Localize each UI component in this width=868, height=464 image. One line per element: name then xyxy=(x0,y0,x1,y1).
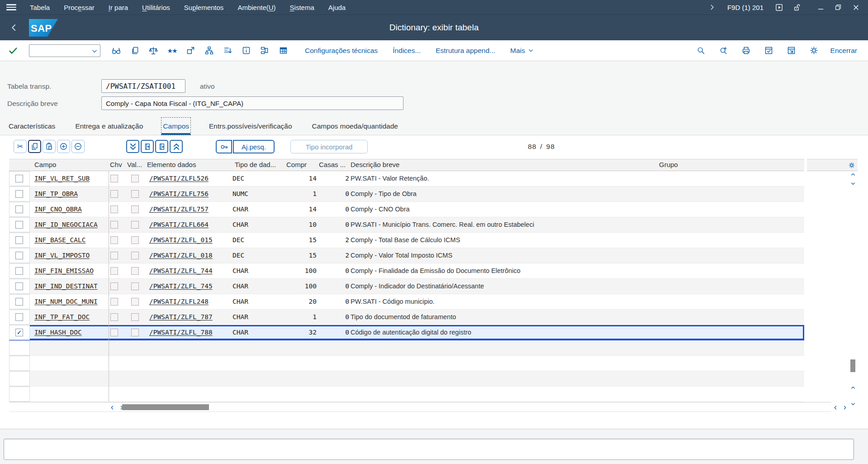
copy-rows-icon[interactable] xyxy=(28,140,41,153)
field-name-link[interactable]: INF_VL_RET_SUB xyxy=(34,171,90,186)
minimize-button[interactable] xyxy=(816,2,825,12)
short-description-field[interactable]: Comply - Capa Nota Fiscal - (ITG_NF_CAPA… xyxy=(101,96,403,110)
key-checkbox[interactable] xyxy=(110,236,118,244)
menu-item-utilit-rios[interactable]: Utilitários xyxy=(142,4,170,11)
data-element-link[interactable]: /PWSATI/ZLFL664 xyxy=(149,217,209,232)
key-checkbox[interactable] xyxy=(110,206,118,213)
back-chevron-icon[interactable] xyxy=(10,23,18,33)
key-checkbox[interactable] xyxy=(110,221,118,229)
row-select-checkbox[interactable] xyxy=(15,206,23,213)
initial-value-checkbox[interactable] xyxy=(131,267,139,275)
scroll-right-icon-right[interactable] xyxy=(842,405,847,411)
field-name-link[interactable]: INF_TP_OBRA xyxy=(34,187,78,201)
menu-item-suplementos[interactable]: Suplementos xyxy=(184,4,224,11)
wizard-stars-icon[interactable]: ★★ xyxy=(165,44,179,57)
data-element-link[interactable]: /PWSATI/ZLFL757 xyxy=(149,202,209,217)
print-icon[interactable] xyxy=(740,44,753,57)
unlocked-padlock-icon[interactable] xyxy=(792,2,802,12)
field-name-link[interactable]: INF_ID_NEGOCIACA xyxy=(34,217,98,232)
data-element-link[interactable]: /PWSATI/ZLFL756 xyxy=(149,187,209,201)
hierarchy-icon[interactable] xyxy=(202,44,216,57)
table-name-field[interactable]: /PWSATI/ZSATI001 xyxy=(101,79,185,93)
remove-rows-icon[interactable] xyxy=(155,140,168,153)
key-checkbox[interactable] xyxy=(110,313,118,321)
expand-chevron-icon[interactable] xyxy=(707,2,717,12)
row-select-checkbox[interactable] xyxy=(15,236,23,244)
key-checkbox[interactable] xyxy=(110,252,118,259)
more-menu-button[interactable]: Mais xyxy=(510,47,534,55)
field-name-link[interactable]: INF_BASE_CALC xyxy=(34,233,86,248)
search-help-key-icon[interactable] xyxy=(216,140,232,153)
hamburger-menu-icon[interactable] xyxy=(6,4,16,10)
scroll-down-bottom-icon[interactable] xyxy=(850,402,856,407)
field-name-link[interactable]: INF_IND_DESTINAT xyxy=(34,279,98,294)
indices-button[interactable]: Índices... xyxy=(393,47,421,55)
menu-item-processar[interactable]: Processar xyxy=(64,4,95,11)
append-structure-button[interactable]: Estrutura append... xyxy=(436,47,495,55)
builtin-type-button[interactable]: Tipo incorporad xyxy=(290,140,368,153)
data-element-link[interactable]: /PWSATI/ZLFL_015 xyxy=(149,233,213,248)
org-chart-icon[interactable] xyxy=(258,44,271,57)
horizontal-scroll-thumb[interactable] xyxy=(122,404,209,410)
table-settings-gear-icon[interactable] xyxy=(848,162,855,169)
key-checkbox[interactable] xyxy=(110,190,118,198)
services-gear-icon[interactable] xyxy=(807,44,821,57)
key-checkbox[interactable] xyxy=(110,329,118,336)
initial-value-checkbox[interactable] xyxy=(131,282,139,290)
sort-levels-icon[interactable] xyxy=(221,44,234,57)
scroll-down-icon[interactable] xyxy=(850,181,856,186)
field-name-link[interactable]: INF_FIN_EMISSAO xyxy=(34,263,94,278)
window-export-icon[interactable] xyxy=(785,44,798,57)
initial-value-checkbox[interactable] xyxy=(131,298,139,306)
table-grid-icon[interactable] xyxy=(276,44,290,57)
key-checkbox[interactable] xyxy=(110,175,118,182)
initial-value-checkbox[interactable] xyxy=(131,206,139,213)
scroll-up-icon[interactable] xyxy=(850,172,856,177)
field-name-link[interactable]: INF_HASH_DOC xyxy=(34,325,82,340)
checklist-window-icon[interactable] xyxy=(762,44,776,57)
info-icon[interactable] xyxy=(239,44,253,57)
col-compr[interactable]: Compr xyxy=(286,161,307,168)
row-select-checkbox[interactable] xyxy=(15,175,23,182)
command-field-dropdown-icon[interactable] xyxy=(91,48,98,54)
page-down-icon[interactable] xyxy=(126,140,139,153)
row-select-checkbox[interactable] xyxy=(15,267,23,275)
enter-check-icon[interactable] xyxy=(8,46,18,56)
field-name-link[interactable]: INF_CNO_OBRA xyxy=(34,202,82,217)
row-select-checkbox[interactable] xyxy=(15,282,23,290)
field-name-link[interactable]: INF_TP_FAT_DOC xyxy=(34,310,90,325)
close-button[interactable] xyxy=(851,2,861,12)
col-chv[interactable]: Chv xyxy=(110,161,122,168)
tab-entrega-e-atualiza-o[interactable]: Entrega e atualização xyxy=(74,118,144,135)
gui-script-icon[interactable] xyxy=(774,2,784,12)
insert-row-icon[interactable] xyxy=(57,140,70,153)
initial-value-checkbox[interactable] xyxy=(131,175,139,182)
horizontal-scrollbar[interactable] xyxy=(9,402,831,412)
initial-value-checkbox[interactable] xyxy=(131,329,139,336)
row-select-checkbox[interactable] xyxy=(15,313,23,321)
row-select-checkbox[interactable] xyxy=(15,221,23,229)
row-select-checkbox[interactable]: ✓ xyxy=(15,329,23,336)
exit-button[interactable]: Encerrar xyxy=(830,47,857,55)
search-more-icon[interactable] xyxy=(717,44,730,57)
row-select-checkbox[interactable] xyxy=(15,298,23,306)
data-element-link[interactable]: /PWSATI/ZLFL_744 xyxy=(149,263,213,278)
command-field[interactable] xyxy=(29,44,100,57)
compare-scales-icon[interactable] xyxy=(147,44,160,57)
field-name-link[interactable]: INF_NUM_DOC_MUNI xyxy=(34,294,98,309)
search-icon[interactable] xyxy=(694,44,708,57)
col-casas[interactable]: Casas ... xyxy=(319,161,346,168)
menu-item-ambiente-u-[interactable]: Ambiente(U) xyxy=(237,4,275,11)
menu-item-tabela[interactable]: Tabela xyxy=(30,4,50,11)
menu-item-sistema[interactable]: Sistema xyxy=(290,4,314,11)
delete-row-icon[interactable] xyxy=(71,140,85,153)
key-checkbox[interactable] xyxy=(110,267,118,275)
tab-campos-moeda-quantidade[interactable]: Campos moeda/quantidade xyxy=(311,118,399,135)
tab-caracter-sticas[interactable]: Características xyxy=(7,118,57,135)
cut-icon[interactable]: ✂ xyxy=(14,140,27,153)
resize-window-icon[interactable] xyxy=(184,44,197,57)
col-val[interactable]: Val... xyxy=(127,161,142,168)
new-rows-icon[interactable] xyxy=(141,140,154,153)
copy-object-icon[interactable] xyxy=(128,44,142,57)
restore-window-button[interactable] xyxy=(833,2,843,12)
